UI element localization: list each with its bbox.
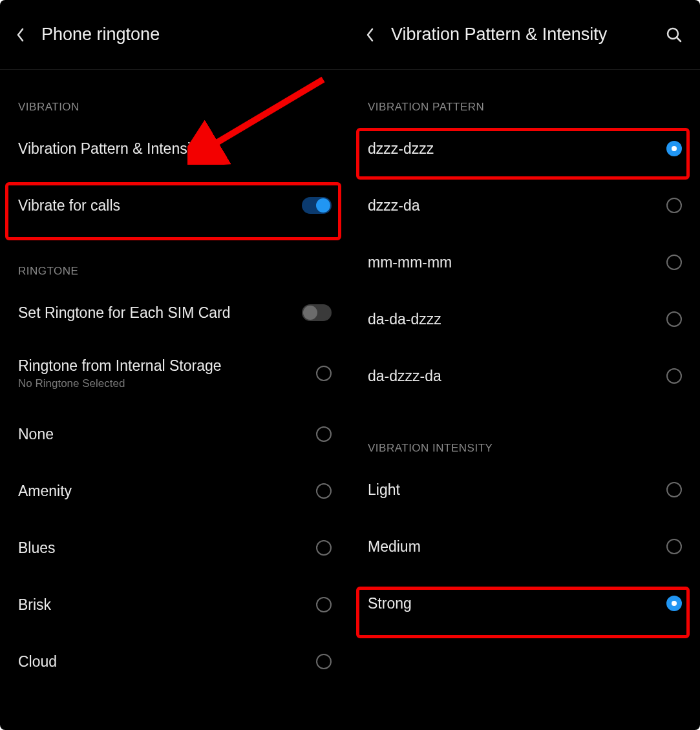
toggle-set-ringtone-per-sim[interactable] [302, 304, 332, 321]
row-ringtone-option[interactable]: Cloud [0, 633, 350, 690]
row-pattern-option[interactable]: dzzz-dzzz [350, 120, 700, 177]
row-label: Blues [18, 539, 316, 557]
radio-ringtone-none[interactable] [316, 426, 332, 442]
svg-line-2 [677, 37, 681, 41]
radio-pattern-dzzz-da[interactable] [666, 198, 682, 213]
row-intensity-option[interactable]: Medium [350, 518, 700, 575]
toggle-vibrate-for-calls[interactable] [302, 197, 332, 214]
row-ringtone-option[interactable]: Blues [0, 519, 350, 576]
radio-ringtone-from-storage[interactable] [316, 366, 332, 381]
row-pattern-option[interactable]: da-da-dzzz [350, 291, 700, 348]
row-label: mm-mm-mm [368, 254, 666, 271]
row-label: da-dzzz-da [368, 368, 666, 385]
screen-vibration-pattern-intensity: Vibration Pattern & Intensity VIBRATION … [350, 0, 700, 730]
radio-pattern-da-da-dzzz[interactable] [666, 311, 682, 327]
row-vibrate-for-calls[interactable]: Vibrate for calls [0, 177, 350, 234]
radio-intensity-light[interactable] [666, 482, 682, 497]
row-label: dzzz-dzzz [368, 140, 666, 158]
row-ringtone-option[interactable]: Amenity [0, 463, 350, 519]
row-intensity-option[interactable]: Strong [350, 575, 700, 632]
page-title: Vibration Pattern & Intensity [391, 25, 664, 45]
header: Phone ringtone [0, 0, 350, 70]
radio-ringtone-brisk[interactable] [316, 597, 332, 612]
row-sublabel: No Ringtone Selected [18, 377, 316, 390]
screen-phone-ringtone: Phone ringtone VIBRATION Vibration Patte… [0, 0, 350, 730]
row-label: Vibration Pattern & Intensity [18, 140, 332, 158]
row-set-ringtone-per-sim[interactable]: Set Ringtone for Each SIM Card [0, 284, 350, 341]
radio-ringtone-cloud[interactable] [316, 654, 332, 669]
section-label-vibration-intensity: VIBRATION INTENSITY [350, 442, 700, 455]
row-label: Set Ringtone for Each SIM Card [18, 304, 302, 322]
row-label: Medium [368, 538, 666, 556]
radio-ringtone-amenity[interactable] [316, 483, 332, 499]
chevron-left-icon [16, 27, 25, 43]
radio-pattern-da-dzzz-da[interactable] [666, 368, 682, 384]
search-button[interactable] [664, 26, 684, 43]
row-label: Ringtone from Internal Storage [18, 357, 316, 375]
radio-pattern-mm-mm-mm[interactable] [666, 255, 682, 270]
header: Vibration Pattern & Intensity [350, 0, 700, 70]
section-label-ringtone: RINGTONE [0, 265, 350, 278]
back-button[interactable] [365, 27, 385, 43]
back-button[interactable] [16, 27, 35, 43]
radio-pattern-dzzz-dzzz[interactable] [666, 141, 682, 156]
section-label-vibration: VIBRATION [0, 101, 350, 114]
row-pattern-option[interactable]: dzzz-da [350, 177, 700, 234]
row-ringtone-option[interactable]: None [0, 406, 350, 463]
row-label: Vibrate for calls [18, 197, 302, 214]
row-label: Light [368, 481, 666, 499]
row-intensity-option[interactable]: Light [350, 461, 700, 518]
chevron-left-icon [365, 27, 374, 43]
row-pattern-option[interactable]: mm-mm-mm [350, 234, 700, 291]
row-pattern-option[interactable]: da-dzzz-da [350, 348, 700, 404]
row-vibration-pattern-intensity[interactable]: Vibration Pattern & Intensity [0, 120, 350, 177]
search-icon [666, 26, 683, 43]
radio-intensity-strong[interactable] [666, 596, 682, 611]
row-label: dzzz-da [368, 197, 666, 214]
row-label: Strong [368, 595, 666, 612]
row-label: Amenity [18, 483, 316, 500]
page-title: Phone ringtone [41, 25, 334, 45]
row-ringtone-option[interactable]: Brisk [0, 576, 350, 633]
row-label: Cloud [18, 653, 316, 671]
radio-ringtone-blues[interactable] [316, 540, 332, 556]
row-label: None [18, 426, 316, 443]
row-label: Brisk [18, 596, 316, 614]
row-ringtone-from-storage[interactable]: Ringtone from Internal Storage No Ringto… [0, 341, 350, 406]
row-label: da-da-dzzz [368, 311, 666, 328]
section-label-vibration-pattern: VIBRATION PATTERN [350, 101, 700, 114]
radio-intensity-medium[interactable] [666, 539, 682, 554]
